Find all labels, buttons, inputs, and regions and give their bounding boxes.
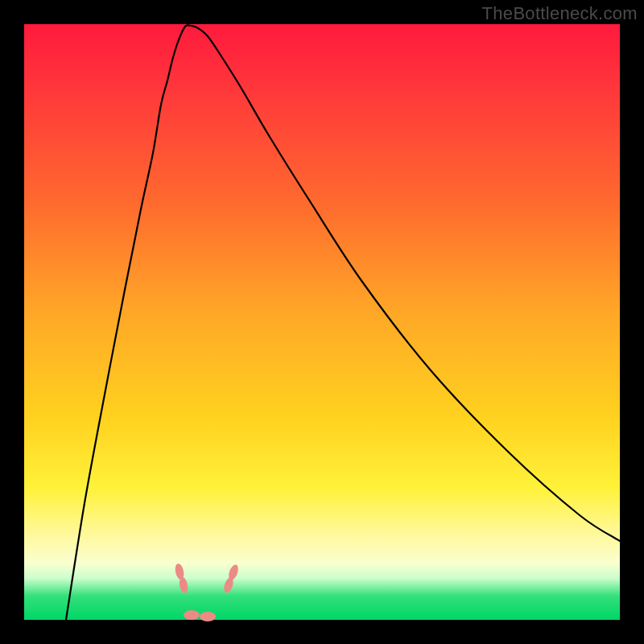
cluster-bottom-2 xyxy=(200,612,216,621)
marker-group xyxy=(174,563,240,621)
bottleneck-curve-svg xyxy=(24,24,620,620)
watermark-text: TheBottleneck.com xyxy=(482,3,638,24)
outer-frame: TheBottleneck.com xyxy=(0,0,644,644)
bottleneck-curve xyxy=(66,25,620,620)
cluster-bottom-1 xyxy=(184,610,200,620)
chart-area xyxy=(24,24,620,620)
